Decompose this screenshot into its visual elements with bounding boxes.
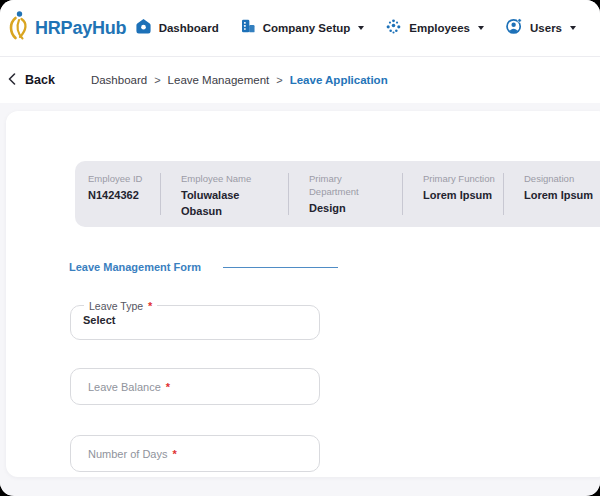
summary-label: Employee Name <box>181 173 253 186</box>
nav-label: Dashboard <box>159 22 219 34</box>
chevron-down-icon <box>358 26 364 30</box>
form-section-header: Leave Management Form <box>69 261 600 273</box>
employees-dots-icon <box>385 18 402 39</box>
number-of-days-input[interactable]: Number of Days* <box>70 435 320 472</box>
nav-item-users[interactable]: Users <box>505 17 576 39</box>
form-title-rule <box>223 267 338 268</box>
hrpayhub-logo-icon <box>6 9 32 47</box>
chevron-down-icon <box>478 26 484 30</box>
summary-label: Primary Function <box>423 173 495 186</box>
required-asterisk: * <box>148 300 152 312</box>
required-asterisk: * <box>172 448 176 460</box>
brand-logo[interactable]: HRPayHub <box>6 9 126 47</box>
summary-employee-name: Employee Name Toluwalase Obasun <box>160 173 288 215</box>
breadcrumb-item-leave-application: Leave Application <box>290 74 388 86</box>
nav-item-employees[interactable]: Employees <box>385 18 484 39</box>
top-navbar: HRPayHub Dashboard <box>0 0 600 57</box>
leave-type-label: Leave Type* <box>84 300 157 312</box>
summary-label: Primary Department <box>309 173 381 199</box>
nav-label: Users <box>530 22 562 34</box>
brand-name: HRPayHub <box>35 18 126 39</box>
required-asterisk: * <box>166 381 170 393</box>
breadcrumb-separator: > <box>154 74 160 86</box>
nav-item-company-setup[interactable]: Company Setup <box>240 18 365 38</box>
nav-label: Company Setup <box>263 22 351 34</box>
chevron-left-icon <box>8 71 16 89</box>
form-title: Leave Management Form <box>69 261 201 273</box>
breadcrumb-item-dashboard[interactable]: Dashboard <box>91 74 147 86</box>
user-circle-icon <box>505 17 523 39</box>
nav-item-dashboard[interactable]: Dashboard <box>135 18 219 39</box>
summary-value: Design <box>309 201 387 217</box>
summary-value: Lorem Ipsum <box>524 188 600 204</box>
summary-value: Toluwalase Obasun <box>181 188 259 220</box>
leave-balance-input[interactable]: Leave Balance* <box>70 368 320 405</box>
main-content: Employee ID N1424362 Employee Name Toluw… <box>0 103 600 495</box>
chevron-down-icon <box>570 26 576 30</box>
summary-value: Lorem Ipsum <box>423 188 501 204</box>
summary-value: N1424362 <box>88 188 160 204</box>
back-button[interactable]: Back <box>8 71 55 89</box>
leave-balance-placeholder: Leave Balance* <box>88 381 170 393</box>
summary-label: Designation <box>524 173 596 186</box>
summary-label: Employee ID <box>88 173 160 186</box>
breadcrumb-item-leave-management[interactable]: Leave Management <box>168 74 270 86</box>
nav-label: Employees <box>409 22 470 34</box>
breadcrumb: Dashboard > Leave Management > Leave App… <box>91 74 388 86</box>
leave-type-select[interactable]: Leave Type* Select <box>70 305 320 340</box>
employee-summary-bar: Employee ID N1424362 Employee Name Toluw… <box>75 161 600 227</box>
summary-primary-function: Primary Function Lorem Ipsum <box>402 173 503 215</box>
leave-form: Leave Type* Select Leave Balance* Number… <box>70 305 320 472</box>
summary-designation: Designation Lorem Ipsum <box>503 173 600 215</box>
app-window: HRPayHub Dashboard <box>0 0 600 496</box>
main-nav: Dashboard Company Setup <box>135 17 576 39</box>
number-of-days-placeholder: Number of Days* <box>88 448 177 460</box>
summary-primary-department: Primary Department Design <box>288 173 402 215</box>
home-icon <box>135 18 152 39</box>
leave-application-card: Employee ID N1424362 Employee Name Toluw… <box>6 111 600 477</box>
breadcrumb-bar: Back Dashboard > Leave Management > Leav… <box>0 57 600 103</box>
breadcrumb-separator: > <box>276 74 282 86</box>
back-label: Back <box>25 73 55 87</box>
summary-employee-id: Employee ID N1424362 <box>75 173 160 215</box>
building-icon <box>240 18 256 38</box>
